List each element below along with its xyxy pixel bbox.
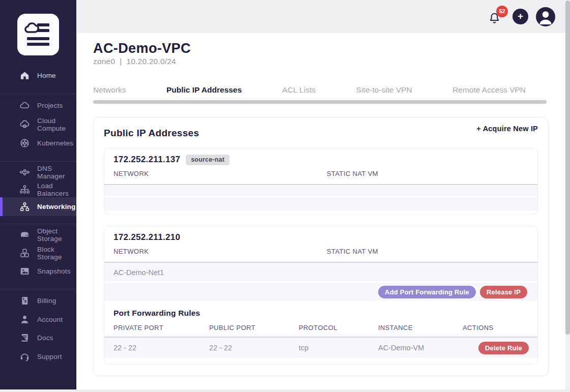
app-logo[interactable]: [17, 14, 59, 55]
tabs-scroll-bar[interactable]: [93, 100, 547, 104]
kubernetes-icon: [19, 138, 30, 149]
tab-acl-lists[interactable]: ACL Lists: [282, 85, 316, 95]
table-row-empty: [104, 197, 537, 210]
sidebar-divider: [0, 289, 76, 289]
zone-label: zone0: [93, 57, 115, 66]
column-static-nat-vm: STATIC NAT VM: [327, 248, 378, 255]
tab-public-ip-addresses[interactable]: Public IP Addresses: [166, 85, 242, 95]
cidr-label: 10.20.20.0/24: [126, 57, 176, 66]
support-headset-icon: [19, 351, 30, 363]
column-actions: ACTIONS: [463, 324, 537, 331]
section-title: Public IP Addresses: [104, 128, 199, 139]
sidebar-item-dns-manager[interactable]: DNS Manager: [0, 163, 76, 182]
sidebar-item-networking[interactable]: Networking: [0, 197, 76, 216]
notifications-button[interactable]: 52: [488, 7, 505, 27]
networking-icon: [19, 201, 30, 213]
sidebar: Home Projects Cloud Compute Kubernetes D…: [0, 0, 76, 389]
snapshots-icon: [19, 266, 30, 277]
column-protocol: PROTOCOL: [299, 324, 378, 331]
network-name: AC-Demo-Net1: [113, 268, 164, 277]
create-new-button[interactable]: +: [512, 9, 528, 24]
public-ip-addresses-panel: Public IP Addresses + Acquire New IP 172…: [93, 117, 549, 376]
sidebar-item-load-balancers[interactable]: Load Balancers: [0, 180, 76, 199]
cloud-compute-icon: [19, 119, 30, 130]
notification-count-badge: 52: [496, 6, 508, 17]
page-title: AC-Demo-VPC: [93, 41, 191, 56]
svg-text:$: $: [24, 299, 26, 304]
ip-card-title-row: 172.252.211.210: [104, 226, 537, 243]
sidebar-item-label: Billing: [37, 297, 56, 305]
sidebar-item-object-storage[interactable]: Object Storage: [0, 225, 76, 244]
port-forwarding-table-header: PRIVATE PORT PUBLIC PORT PROTOCOL INSTAN…: [104, 324, 537, 331]
ip-table-header: NETWORK STATIC NAT VM: [104, 248, 537, 256]
port-forwarding-rules-title: Port Forwarding Rules: [113, 309, 537, 318]
cloud-icon: [19, 100, 30, 111]
sidebar-item-label: Object Storage: [37, 227, 76, 243]
tab-site-to-site-vpn[interactable]: Site-to-site VPN: [356, 85, 412, 95]
delete-rule-button[interactable]: Delete Rule: [478, 342, 529, 354]
sidebar-divider: [0, 224, 76, 224]
sidebar-item-label: Load Balancers: [37, 182, 76, 197]
sidebar-divider: [0, 161, 76, 162]
source-nat-badge: source-nat: [186, 155, 230, 165]
panel-header: Public IP Addresses + Acquire New IP: [104, 125, 538, 139]
sidebar-item-label: Block Storage: [37, 246, 76, 261]
public-port-value: 22 - 22: [209, 344, 299, 352]
ip-table-header: NETWORK STATIC NAT VM: [104, 170, 537, 178]
horizontal-scrollbar-track[interactable]: [0, 389, 570, 392]
sidebar-item-block-storage[interactable]: Block Storage: [0, 244, 76, 262]
sidebar-item-label: Docs: [37, 334, 53, 342]
sidebar-item-label: Account: [37, 316, 63, 323]
sidebar-item-label: Home: [37, 72, 56, 79]
sidebar-item-support[interactable]: Support: [0, 347, 76, 366]
sidebar-item-billing[interactable]: $ Billing: [0, 291, 76, 310]
vertical-scrollbar-track[interactable]: [565, 0, 570, 389]
sidebar-item-label: DNS Manager: [37, 165, 76, 180]
protocol-value: tcp: [299, 344, 378, 352]
sidebar-item-label: Support: [37, 353, 62, 360]
add-port-forwarding-rule-button[interactable]: Add Port Forwarding Rule: [378, 286, 476, 298]
sidebar-item-label: Snapshots: [37, 267, 71, 275]
sidebar-divider: [0, 94, 76, 94]
user-avatar[interactable]: [536, 7, 555, 26]
sidebar-item-label: Networking: [37, 203, 76, 210]
column-static-nat-vm: STATIC NAT VM: [327, 170, 378, 177]
sidebar-item-docs[interactable]: Docs: [0, 328, 76, 347]
tab-networks[interactable]: Networks: [93, 85, 126, 95]
account-person-icon: [19, 314, 30, 325]
block-storage-icon: [19, 248, 30, 259]
ip-card-210: 172.252.211.210 NETWORK STATIC NAT VM AC…: [104, 226, 538, 365]
header-actions: 52 +: [488, 0, 555, 33]
object-storage-icon: [19, 229, 30, 240]
column-public-port: PUBLIC PORT: [209, 324, 299, 331]
release-ip-button[interactable]: Release IP: [480, 286, 527, 298]
docs-book-icon: [19, 333, 30, 344]
sidebar-item-snapshots[interactable]: Snapshots: [0, 262, 76, 281]
page-subtitle: zone0 | 10.20.20.0/24: [93, 57, 176, 66]
private-port-value: 22 - 22: [113, 344, 209, 352]
sidebar-item-cloud-compute[interactable]: Cloud Compute: [0, 115, 76, 134]
tab-bar: Networks Public IP Addresses ACL Lists S…: [93, 85, 526, 95]
ip-card-137: 172.252.211.137 source-nat NETWORK STATI…: [104, 148, 538, 215]
column-private-port: PRIVATE PORT: [113, 324, 209, 331]
network-row: AC-Demo-Net1: [104, 263, 537, 282]
cloud-logo-icon: [23, 20, 53, 49]
table-row-empty: [104, 185, 537, 196]
billing-icon: $: [19, 295, 30, 307]
column-instance: INSTANCE: [378, 324, 463, 331]
sidebar-item-projects[interactable]: Projects: [0, 96, 76, 115]
ip-card-title-row: 172.252.211.137 source-nat: [104, 148, 537, 165]
sidebar-item-home[interactable]: Home: [0, 66, 76, 85]
sidebar-item-kubernetes[interactable]: Kubernetes: [0, 134, 76, 153]
ip-actions-row: Add Port Forwarding Rule Release IP: [104, 283, 537, 301]
sidebar-item-account[interactable]: Account: [0, 310, 76, 329]
dns-nodes-icon: [19, 167, 30, 178]
sidebar-item-label: Projects: [37, 102, 63, 109]
column-network: NETWORK: [113, 170, 149, 177]
acquire-new-ip-button[interactable]: + Acquire New IP: [476, 125, 538, 133]
top-header-bar: 52 +: [76, 0, 565, 33]
column-network: NETWORK: [113, 248, 149, 255]
sidebar-item-label: Cloud Compute: [37, 117, 76, 132]
vertical-scrollbar-thumb[interactable]: [565, 1, 570, 335]
tab-remote-access-vpn[interactable]: Remote Access VPN: [452, 85, 526, 95]
